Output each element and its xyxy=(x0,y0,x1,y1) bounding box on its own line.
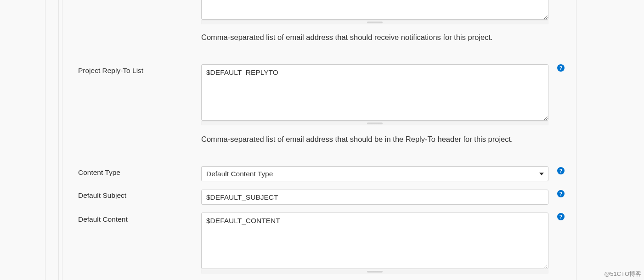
textarea-grab-handle-icon xyxy=(367,22,383,23)
reply-to-help-text: Comma-separated list of email address th… xyxy=(201,133,550,146)
help-icon[interactable] xyxy=(557,167,565,174)
textarea-grab-handle-icon xyxy=(367,123,383,124)
default-subject-label: Default Subject xyxy=(78,191,126,200)
help-icon[interactable] xyxy=(557,190,565,197)
help-icon[interactable] xyxy=(557,64,565,72)
textarea-grab-bar[interactable] xyxy=(201,121,548,125)
project-recipient-list-textarea[interactable] xyxy=(201,0,548,20)
reply-to-label: Project Reply-To List xyxy=(78,67,143,75)
help-icon[interactable] xyxy=(557,213,565,220)
drag-strip-left xyxy=(58,0,59,280)
default-content-label: Default Content xyxy=(78,215,128,224)
content-type-label: Content Type xyxy=(78,168,120,177)
panel-border-left xyxy=(45,0,45,280)
watermark-text: @51CTO博客 xyxy=(604,270,641,278)
textarea-grab-handle-icon xyxy=(367,271,383,273)
default-content-textarea[interactable] xyxy=(201,213,548,269)
panel-border-right xyxy=(576,0,576,280)
reply-to-textarea[interactable] xyxy=(201,64,548,121)
drag-strip-right xyxy=(62,0,62,280)
recipient-list-help-text: Comma-separated list of email address th… xyxy=(201,31,550,44)
content-type-select[interactable]: Default Content Type xyxy=(201,166,548,181)
default-subject-input[interactable] xyxy=(201,190,548,205)
textarea-grab-bar[interactable] xyxy=(201,20,548,24)
textarea-grab-bar[interactable] xyxy=(201,269,548,274)
